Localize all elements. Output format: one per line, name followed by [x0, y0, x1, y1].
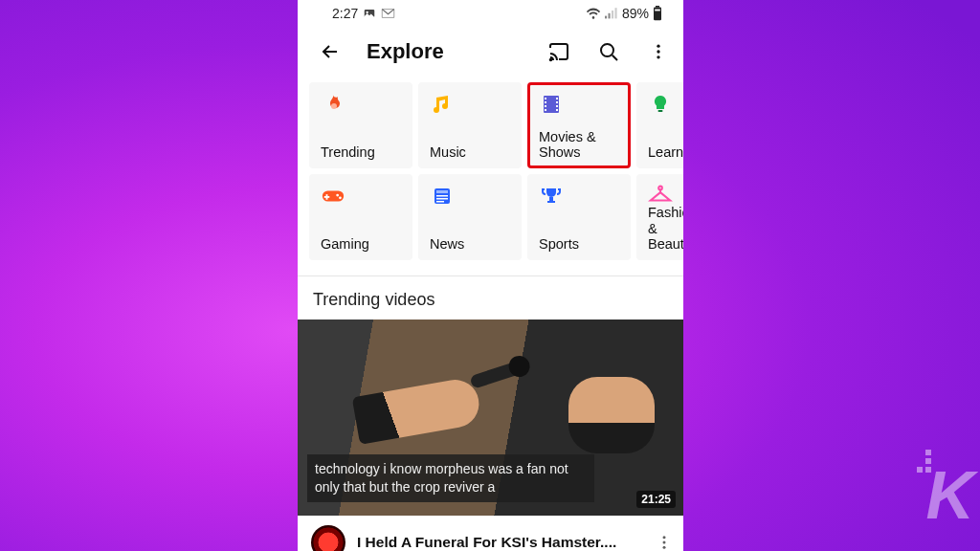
svg-rect-20	[556, 98, 558, 99]
svg-rect-19	[545, 109, 546, 111]
svg-rect-23	[556, 109, 558, 111]
svg-point-14	[331, 103, 337, 109]
video-caption: technology i know morpheus was a fan not…	[307, 454, 594, 502]
svg-point-13	[657, 55, 659, 58]
category-label: Fashion & Beauty	[648, 205, 683, 253]
category-grid: Trending Music Movies & Shows Learning	[298, 77, 683, 270]
category-music[interactable]: Music	[418, 82, 522, 168]
svg-point-39	[663, 541, 666, 544]
svg-point-9	[550, 59, 552, 61]
phone-frame: 2:27 89% Explore	[298, 0, 683, 551]
status-bar: 2:27 89%	[298, 0, 683, 27]
svg-point-1	[367, 11, 368, 13]
category-label: News	[430, 236, 512, 253]
svg-rect-27	[324, 196, 330, 198]
svg-rect-32	[436, 195, 448, 197]
svg-rect-24	[658, 110, 663, 112]
video-list-item[interactable]: I Held A Funeral For KSI's Hamster....	[298, 516, 683, 551]
gmail-icon	[381, 8, 395, 19]
battery-icon	[653, 6, 662, 21]
item-overflow-button[interactable]	[653, 531, 676, 551]
category-label: Learning	[648, 144, 683, 161]
svg-rect-36	[547, 201, 555, 203]
svg-rect-2	[605, 15, 607, 18]
svg-point-40	[663, 546, 666, 549]
svg-rect-17	[545, 101, 546, 103]
svg-rect-6	[656, 6, 659, 8]
flame-icon	[321, 92, 345, 117]
channel-avatar[interactable]	[311, 525, 345, 551]
category-gaming[interactable]: Gaming	[309, 174, 412, 260]
music-note-icon	[430, 92, 455, 117]
search-button[interactable]	[590, 33, 628, 71]
category-movies-shows[interactable]: Movies & Shows	[527, 82, 631, 168]
category-label: Trending	[321, 144, 403, 161]
video-title: I Held A Funeral For KSI's Hamster....	[357, 534, 641, 551]
cast-button[interactable]	[540, 33, 578, 71]
svg-rect-31	[436, 190, 448, 193]
video-duration-badge: 21:25	[636, 491, 676, 508]
category-label: Movies & Shows	[539, 129, 621, 161]
svg-rect-21	[556, 101, 558, 103]
category-label: Sports	[539, 236, 621, 253]
svg-point-29	[339, 196, 342, 199]
svg-rect-34	[436, 201, 444, 203]
trophy-icon	[539, 184, 564, 209]
svg-rect-35	[549, 197, 553, 201]
svg-point-10	[601, 44, 613, 56]
battery-text: 89%	[622, 6, 649, 21]
bulb-icon	[648, 92, 673, 117]
app-bar: Explore	[298, 27, 683, 77]
overflow-menu-button[interactable]	[639, 33, 678, 71]
newspaper-icon	[430, 184, 455, 209]
picture-icon	[363, 7, 376, 20]
svg-rect-16	[545, 98, 546, 99]
svg-rect-22	[556, 105, 558, 107]
svg-rect-8	[655, 10, 660, 11]
hanger-icon	[648, 184, 673, 205]
category-learning[interactable]: Learning	[636, 82, 683, 168]
category-sports[interactable]: Sports	[527, 174, 631, 260]
category-label: Music	[430, 144, 512, 161]
svg-point-37	[658, 187, 662, 190]
svg-rect-33	[436, 198, 448, 200]
wifi-icon	[586, 8, 601, 20]
svg-rect-5	[614, 8, 616, 18]
video-thumbnail[interactable]: technology i know morpheus was a fan not…	[298, 320, 683, 516]
svg-point-28	[336, 194, 339, 197]
status-time: 2:27	[332, 6, 358, 21]
gamepad-icon	[321, 184, 345, 209]
svg-rect-4	[612, 11, 613, 18]
section-title-trending-videos: Trending videos	[298, 276, 683, 320]
svg-point-12	[657, 50, 659, 53]
film-icon	[539, 92, 564, 117]
signal-icon	[605, 8, 618, 20]
svg-rect-3	[608, 12, 610, 18]
category-news[interactable]: News	[418, 174, 522, 260]
page-title: Explore	[367, 39, 444, 64]
svg-point-38	[663, 536, 666, 539]
watermark: K	[925, 457, 970, 534]
svg-point-11	[657, 45, 659, 48]
svg-rect-18	[545, 105, 546, 107]
category-trending[interactable]: Trending	[309, 82, 412, 168]
category-fashion-beauty[interactable]: Fashion & Beauty	[636, 174, 683, 260]
back-button[interactable]	[311, 33, 349, 71]
category-label: Gaming	[321, 236, 403, 253]
